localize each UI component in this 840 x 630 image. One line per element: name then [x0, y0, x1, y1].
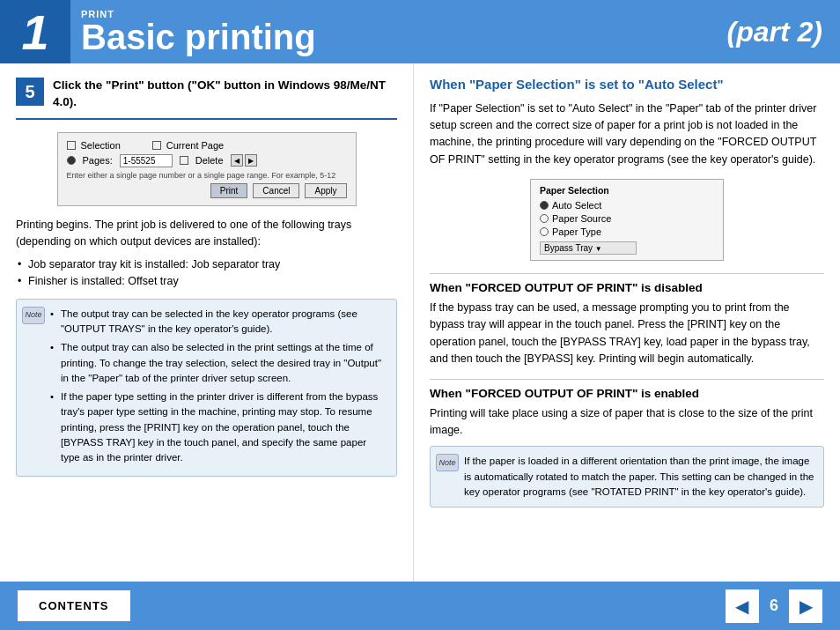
pages-label: Pages:: [83, 155, 113, 166]
auto-select-row: Auto Select: [540, 200, 714, 211]
note-bullet-1: The output tray can be selected in the k…: [61, 307, 387, 337]
section3-body: Printing will take place using a size of…: [430, 405, 824, 440]
paper-dialog-title: Paper Selection: [540, 185, 714, 196]
prev-page-button[interactable]: ◀: [726, 589, 759, 623]
print-button[interactable]: Print: [210, 183, 248, 198]
pages-input: 1-55525: [120, 154, 173, 167]
paper-type-row: Paper Type: [540, 226, 714, 237]
footer-navigation: ◀ 6 ▶: [726, 589, 822, 623]
paper-type-label: Paper Type: [552, 226, 601, 237]
delete-checkbox: [180, 156, 188, 165]
page-header: 1 PRINT Basic printing (part 2): [0, 0, 840, 63]
paper-type-radio: [540, 227, 549, 236]
tray-bullets: Job separator tray kit is installed: Job…: [16, 256, 397, 290]
left-note-box: Note The output tray can be selected in …: [16, 299, 397, 478]
current-page-label: Current Page: [166, 140, 224, 151]
bullet-1: Job separator tray kit is installed: Job…: [28, 256, 397, 273]
next-page-button[interactable]: ▶: [789, 589, 822, 623]
auto-select-label: Auto Select: [552, 200, 601, 211]
chapter-number: 1: [0, 0, 70, 63]
range-hint: Enter either a single page number or a s…: [67, 171, 347, 180]
page-footer: CONTENTS ◀ 6 ▶: [0, 582, 840, 630]
section2-body: If the bypass tray can be used, a messag…: [430, 300, 824, 368]
delete-label: Delete: [195, 155, 224, 166]
nav-left: ◀: [231, 154, 243, 167]
step-instruction: Click the "Print" button ("OK" button in…: [53, 78, 397, 111]
chapter-title: Basic printing: [81, 19, 727, 55]
note-bullet-3: If the paper type setting in the printer…: [61, 389, 387, 465]
right-column: When "Paper Selection" is set to "Auto S…: [414, 63, 840, 582]
selection-label: Selection: [81, 140, 121, 151]
pages-radio: [67, 156, 76, 165]
dropdown-arrow-icon: ▼: [595, 245, 602, 253]
right-note-box: Note If the paper is loaded in a differe…: [430, 446, 824, 508]
section1-title: When "Paper Selection" is set to "Auto S…: [430, 76, 824, 93]
note-icon: Note: [22, 307, 45, 324]
selection-checkbox: [67, 141, 76, 150]
paper-source-label: Paper Source: [552, 213, 611, 224]
paper-dropdown[interactable]: Bypass Tray ▼: [540, 241, 637, 255]
page-number: 6: [770, 597, 778, 615]
right-note-text: If the paper is loaded in a different or…: [464, 456, 814, 497]
step-5-header: 5 Click the "Print" button ("OK" button …: [16, 78, 397, 120]
step-number: 5: [16, 78, 44, 106]
part-label: (part 2): [727, 0, 840, 63]
cancel-button[interactable]: Cancel: [253, 183, 299, 198]
nav-arrows: ◀ ▶: [231, 154, 257, 167]
paper-selection-dialog: Paper Selection Auto Select Paper Source…: [530, 179, 724, 261]
contents-button[interactable]: CONTENTS: [18, 590, 130, 621]
nav-right: ▶: [245, 154, 257, 167]
paper-source-row: Paper Source: [540, 213, 714, 224]
dialog-buttons: Print Cancel Apply: [67, 183, 347, 198]
paper-dropdown-row: Bypass Tray ▼: [540, 241, 714, 255]
main-content: 5 Click the "Print" button ("OK" button …: [0, 63, 840, 582]
note-bullet-2: The output tray can also be selected in …: [61, 340, 387, 386]
section1-body: If "Paper Selection" is set to "Auto Sel…: [430, 100, 824, 169]
note-bullet-list: The output tray can be selected in the k…: [50, 307, 387, 466]
header-title-block: PRINT Basic printing: [70, 0, 727, 63]
right-note-icon: Note: [436, 454, 459, 471]
dialog-pages-row: Pages: 1-55525 Delete ◀ ▶: [67, 154, 347, 167]
section3-title: When "FORCED OUTPUT OF PRINT" is enabled: [430, 379, 824, 400]
dialog-selection-row: Selection Current Page: [67, 140, 347, 151]
print-dialog-screenshot: Selection Current Page Pages: 1-55525 De…: [57, 132, 357, 206]
print-begin-text: Printing begins. The print job is delive…: [16, 217, 397, 250]
paper-source-radio: [540, 214, 549, 223]
current-page-checkbox: [152, 141, 161, 150]
section2-title: When "FORCED OUTPUT OF PRINT" is disable…: [430, 273, 824, 294]
apply-button[interactable]: Apply: [305, 183, 346, 198]
left-column: 5 Click the "Print" button ("OK" button …: [0, 63, 414, 582]
auto-select-radio: [540, 201, 549, 210]
dropdown-label: Bypass Tray: [544, 243, 593, 253]
bullet-2: Finisher is installed: Offset tray: [28, 273, 397, 290]
